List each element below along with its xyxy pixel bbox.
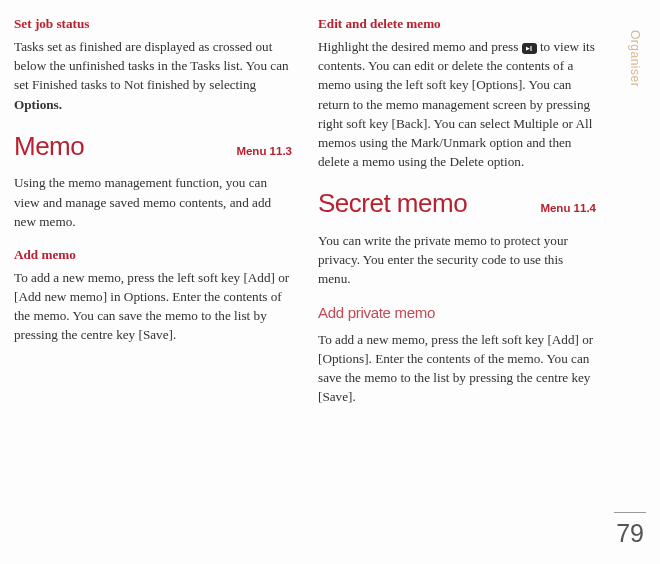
secret-memo-intro: You can write the private memo to protec… (318, 231, 596, 288)
edit-delete-text-a: Highlight the desired memo and press (318, 39, 522, 54)
section-side-tab: Organiser (628, 30, 642, 87)
options-bold: Options. (14, 97, 62, 112)
page-content: Set job status Tasks set as finished are… (0, 0, 660, 431)
set-job-status-heading: Set job status (14, 14, 292, 33)
add-private-memo-heading: Add private memo (318, 302, 596, 324)
memo-intro: Using the memo management function, you … (14, 173, 292, 230)
set-job-status-body: Tasks set as finished are displayed as c… (14, 37, 292, 114)
secret-memo-menu-label: Menu 11.4 (540, 200, 596, 217)
secret-memo-title: Secret memo (318, 185, 467, 223)
memo-menu-label: Menu 11.3 (236, 143, 292, 160)
edit-delete-text-b: to view its contents. You can edit or de… (318, 39, 595, 169)
add-memo-heading: Add memo (14, 245, 292, 264)
secret-memo-heading-row: Secret memo Menu 11.4 (318, 185, 596, 223)
left-column: Set job status Tasks set as finished are… (14, 14, 292, 421)
add-private-memo-body: To add a new memo, press the left soft k… (318, 330, 596, 407)
edit-delete-body: Highlight the desired memo and press ▶ǁ … (318, 37, 596, 171)
right-column: Edit and delete memo Highlight the desir… (318, 14, 596, 421)
page-number: 79 (616, 519, 644, 548)
play-pause-key-icon: ▶ǁ (522, 43, 537, 54)
set-job-status-text: Tasks set as finished are displayed as c… (14, 39, 289, 92)
memo-title: Memo (14, 128, 84, 166)
add-memo-body: To add a new memo, press the left soft k… (14, 268, 292, 345)
edit-delete-heading: Edit and delete memo (318, 14, 596, 33)
memo-heading-row: Memo Menu 11.3 (14, 128, 292, 166)
